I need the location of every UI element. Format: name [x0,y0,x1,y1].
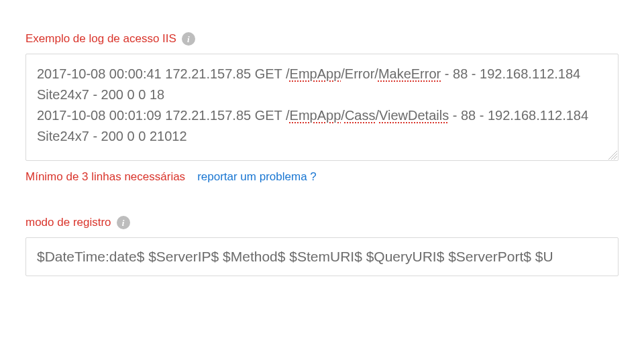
log-example-textarea[interactable]: 2017-10-08 00:00:41 172.21.157.85 GET /E… [25,54,619,161]
log-text: /Error/ [341,66,378,81]
info-icon[interactable]: i [182,32,195,46]
log-text-misspell: MakeError [378,66,441,81]
log-pattern-section: modo de registro i $DateTime:date$ $Serv… [25,216,619,276]
log-text: 2017-10-08 00:01:09 172.21.157.85 GET / [37,108,290,123]
iis-log-example-section: Exemplo de log de acesso IIS i 2017-10-0… [25,32,619,184]
log-textarea-wrap: 2017-10-08 00:00:41 172.21.157.85 GET /E… [25,54,619,161]
section-label: Exemplo de log de acesso IIS [25,32,176,46]
log-content: 2017-10-08 00:00:41 172.21.157.85 GET /E… [37,64,607,147]
label-row: modo de registro i [25,216,619,229]
log-text-misspell: ViewDetails [379,108,449,123]
label-row: Exemplo de log de acesso IIS i [25,32,619,46]
section-label: modo de registro [25,216,111,229]
log-pattern-input[interactable]: $DateTime:date$ $ServerIP$ $Method$ $Ste… [25,237,619,276]
report-problem-link[interactable]: reportar um problema ? [197,170,317,184]
resize-handle-icon[interactable] [608,150,617,160]
log-text-misspell: Cass [345,108,376,123]
log-text-misspell: EmpApp [290,108,341,123]
log-text: 2017-10-08 00:00:41 172.21.157.85 GET / [37,66,290,81]
log-text-misspell: EmpApp [290,66,341,81]
validation-error: Mínimo de 3 linhas necessárias [25,170,185,184]
info-icon[interactable]: i [117,216,130,229]
hint-row: Mínimo de 3 linhas necessárias reportar … [25,170,619,184]
